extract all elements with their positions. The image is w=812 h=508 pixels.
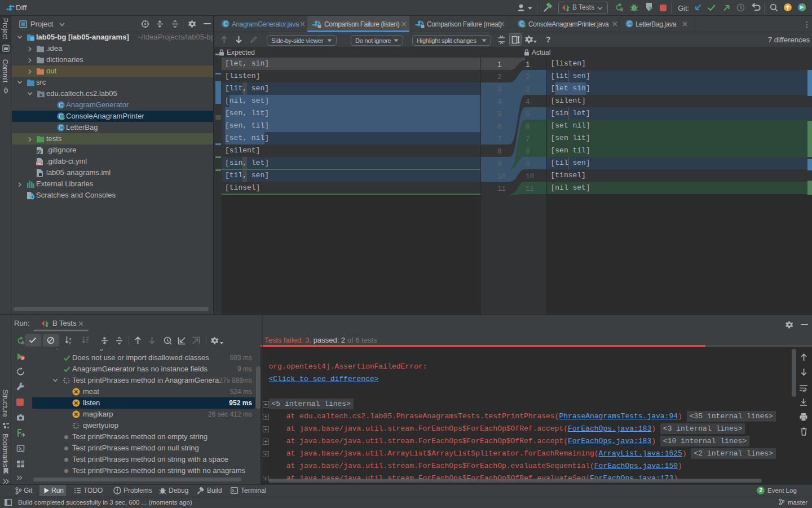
svg-text:C: C	[223, 20, 228, 27]
svg-text:C: C	[627, 20, 632, 27]
svg-text:YML: YML	[36, 162, 42, 165]
svg-text:3: 3	[526, 86, 530, 94]
svg-text:1: 1	[497, 61, 502, 69]
svg-text:4: 4	[497, 98, 502, 106]
svg-text:6: 6	[497, 123, 502, 131]
svg-text:5: 5	[526, 111, 530, 119]
svg-text:C: C	[59, 102, 63, 108]
svg-text:11: 11	[497, 185, 506, 193]
svg-text:9: 9	[21, 356, 24, 361]
svg-text:9: 9	[497, 160, 502, 168]
svg-text:6: 6	[526, 123, 530, 131]
svg-text:11: 11	[526, 185, 534, 193]
svg-text:7: 7	[497, 135, 502, 143]
svg-text:8: 8	[526, 148, 530, 156]
svg-text:7: 7	[526, 135, 530, 143]
svg-text:10: 10	[526, 173, 534, 181]
svg-text:10: 10	[497, 173, 506, 181]
svg-text:5: 5	[497, 111, 502, 119]
svg-text:8: 8	[497, 148, 502, 156]
svg-text:2: 2	[526, 73, 530, 81]
svg-text:z: z	[69, 340, 71, 345]
svg-text:3: 3	[497, 86, 502, 94]
svg-text:9: 9	[526, 160, 530, 168]
svg-text:1: 1	[526, 61, 530, 69]
svg-text:C: C	[59, 124, 63, 131]
svg-text:2: 2	[497, 73, 502, 81]
svg-text:4: 4	[526, 98, 530, 106]
